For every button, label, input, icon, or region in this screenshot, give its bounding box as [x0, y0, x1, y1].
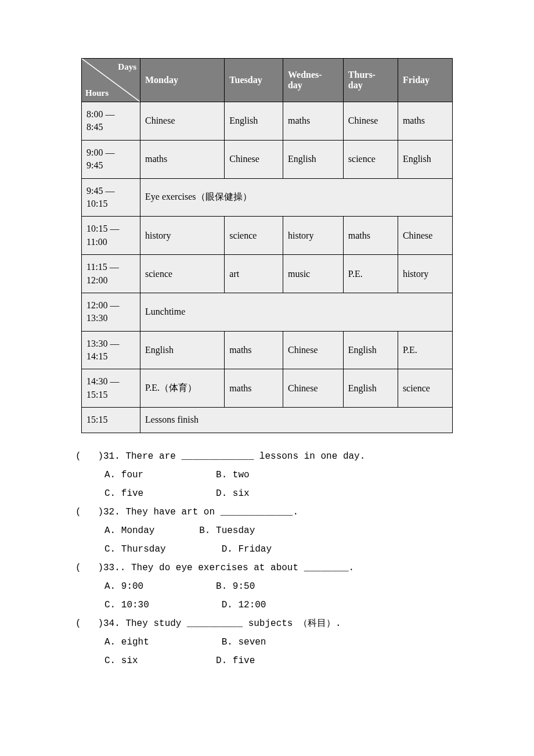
questions-block: ( )31. There are _____________ lessons i… [75, 447, 464, 670]
timetable: Days Hours Monday Tuesday Wednes- day Th… [81, 58, 453, 433]
q31-opts-cd: C. five D. six [104, 484, 464, 503]
cell: art [225, 255, 283, 293]
cell: science [225, 217, 283, 255]
cell: science [398, 369, 452, 408]
cell: English [343, 369, 398, 408]
cell: Chinese [398, 217, 452, 255]
time-r2: 9:00 — 9:45 [82, 140, 140, 178]
cell: maths [225, 331, 283, 369]
cell: Chinese [283, 369, 343, 408]
cell: science [343, 140, 398, 178]
q32-stem: ( )32. They have art on _____________. [75, 503, 464, 521]
q34-opts-cd: C. six D. five [104, 651, 464, 670]
q34-stem: ( )34. They study __________ subjects （科… [75, 614, 464, 633]
q32-opts-ab: A. Monday B. Tuesday [104, 521, 464, 540]
cell: music [283, 255, 343, 293]
q32-opts-cd: C. Thursday D. Friday [104, 540, 464, 559]
time-r6: 12:00 — 13:30 [82, 293, 140, 331]
corner-cell: Days Hours [82, 59, 140, 102]
cell: maths [283, 102, 343, 141]
cell: maths [225, 369, 283, 408]
table-row: 10:15 — 11:00 history science history ma… [82, 217, 453, 255]
cell: history [398, 255, 452, 293]
eye-exercises-cell: Eye exercises（眼保健操） [140, 178, 453, 217]
cell: history [140, 217, 225, 255]
cell: maths [343, 217, 398, 255]
q34-opts-ab: A. eight B. seven [104, 633, 464, 651]
table-row: 15:15 Lessons finish [82, 408, 453, 433]
q33-stem: ( )33.. They do eye exercises at about _… [75, 559, 464, 577]
q31-opts-ab: A. four B. two [104, 466, 464, 484]
header-thursday: Thurs- day [343, 59, 398, 102]
header-tuesday: Tuesday [225, 59, 283, 102]
time-r5: 11:15 — 12:00 [82, 255, 140, 293]
cell: P.E. [398, 331, 452, 369]
corner-days-label: Days [118, 62, 136, 72]
time-r3: 9:45 — 10:15 [82, 178, 140, 217]
cell: English [283, 140, 343, 178]
time-r7: 13:30 — 14:15 [82, 331, 140, 369]
cell: P.E. [343, 255, 398, 293]
cell: Chinese [343, 102, 398, 141]
q33-opts-cd: C. 10:30 D. 12:00 [104, 596, 464, 614]
table-row: 13:30 — 14:15 English maths Chinese Engl… [82, 331, 453, 369]
cell: English [140, 331, 225, 369]
cell: Chinese [140, 102, 225, 141]
cell: P.E.（体育） [140, 369, 225, 408]
cell: maths [398, 102, 452, 141]
cell: Chinese [283, 331, 343, 369]
table-row: 14:30 — 15:15 P.E.（体育） maths Chinese Eng… [82, 369, 453, 408]
header-wednesday: Wednes- day [283, 59, 343, 102]
cell: history [283, 217, 343, 255]
cell: science [140, 255, 225, 293]
time-r1: 8:00 — 8:45 [82, 102, 140, 141]
table-row: 8:00 — 8:45 Chinese English maths Chines… [82, 102, 453, 141]
time-r4: 10:15 — 11:00 [82, 217, 140, 255]
header-monday: Monday [140, 59, 225, 102]
q31-stem: ( )31. There are _____________ lessons i… [75, 447, 464, 466]
cell: maths [140, 140, 225, 178]
header-friday: Friday [398, 59, 452, 102]
cell: English [225, 102, 283, 141]
time-r8: 14:30 — 15:15 [82, 369, 140, 408]
corner-hours-label: Hours [85, 88, 109, 98]
q33-opts-ab: A. 9:00 B. 9:50 [104, 577, 464, 596]
table-row: 11:15 — 12:00 science art music P.E. his… [82, 255, 453, 293]
lessons-finish-cell: Lessons finish [140, 408, 453, 433]
table-row: 9:00 — 9:45 maths Chinese English scienc… [82, 140, 453, 178]
cell: English [343, 331, 398, 369]
table-row: 12:00 — 13:30 Lunchtime [82, 293, 453, 331]
table-row: 9:45 — 10:15 Eye exercises（眼保健操） [82, 178, 453, 217]
time-r9: 15:15 [82, 408, 140, 433]
lunchtime-cell: Lunchtime [140, 293, 453, 331]
cell: Chinese [225, 140, 283, 178]
cell: English [398, 140, 452, 178]
